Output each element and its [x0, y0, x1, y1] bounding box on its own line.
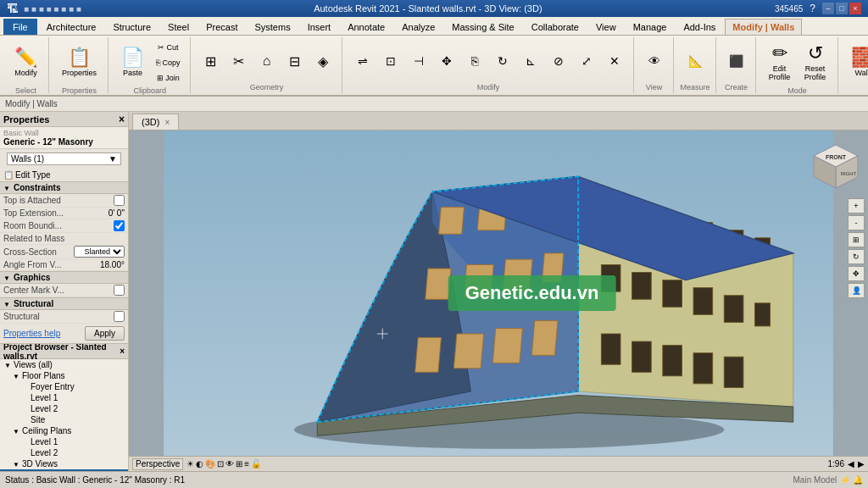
cross-section-dropdown[interactable]: Slanted Vertical: [74, 246, 125, 258]
walls-count-dropdown[interactable]: Walls (1) ▼: [7, 152, 121, 165]
edit-type-row[interactable]: 📋 Edit Type: [0, 169, 128, 181]
structural-checkbox[interactable]: [114, 311, 125, 322]
svg-rect-23: [426, 269, 451, 299]
geo-btn3[interactable]: ⌂: [253, 51, 281, 71]
tree-item-site[interactable]: Site: [0, 414, 128, 425]
tree-item-3d-views[interactable]: 3D Views: [0, 458, 128, 469]
properties-button[interactable]: 📋 Properties: [56, 39, 103, 86]
help-icon[interactable]: ?: [810, 3, 815, 14]
zoom-in-button[interactable]: +: [848, 198, 865, 214]
tab-modify-walls[interactable]: Modify | Walls: [725, 19, 802, 35]
constraints-header[interactable]: Constraints: [0, 181, 128, 194]
tab-systems[interactable]: Systems: [247, 19, 298, 35]
move-button[interactable]: ✥: [433, 52, 460, 70]
main-model-label: Main Model: [793, 475, 837, 485]
vp-scroll-right[interactable]: ▶: [858, 459, 865, 469]
tree-item-level2-floor[interactable]: Level 2: [0, 403, 128, 414]
tree-item-level1-floor[interactable]: Level 1: [0, 392, 128, 403]
navcube[interactable]: FRONT RIGHT: [809, 143, 860, 190]
walkthrough-button[interactable]: 👤: [848, 283, 865, 298]
perspective-button[interactable]: Perspective: [132, 458, 183, 470]
zoom-out-button[interactable]: -: [848, 215, 865, 230]
tab-collaborate[interactable]: Collaborate: [524, 19, 587, 35]
tree-item-ceiling-plans[interactable]: Ceiling Plans: [0, 425, 128, 436]
geo-btn2[interactable]: ✂: [225, 51, 253, 72]
detail-icon[interactable]: ⊞: [236, 459, 242, 469]
trim-button[interactable]: ⊾: [517, 52, 544, 70]
project-browser-close-button[interactable]: ×: [120, 347, 125, 356]
join-button[interactable]: ⊞ Join: [152, 71, 185, 85]
tab-insert[interactable]: Insert: [300, 19, 339, 35]
paste-button[interactable]: 📄 Paste: [115, 39, 150, 86]
visibility-icon[interactable]: 👁: [225, 459, 234, 469]
views-all-label: Views (all): [14, 360, 53, 369]
tree-item-3d-current[interactable]: (3D): [0, 469, 128, 471]
viewport-canvas[interactable]: FRONT RIGHT + - ⊞ ↻ ✥ 👤 Genetic.edu.vn: [129, 130, 868, 456]
tree-item-level1-ceiling[interactable]: Level 1: [0, 436, 128, 447]
tab-structure[interactable]: Structure: [105, 19, 159, 35]
tab-view[interactable]: View: [588, 19, 624, 35]
pan-button[interactable]: ✥: [848, 266, 865, 281]
properties-help-link[interactable]: Properties help: [3, 329, 60, 338]
tab-analyze[interactable]: Analyze: [394, 19, 442, 35]
cut-button[interactable]: ✂ Cut: [152, 41, 185, 54]
geo-btn4[interactable]: ⊟: [281, 51, 309, 72]
shadow-icon[interactable]: ◐: [196, 459, 203, 469]
align-button[interactable]: ⇌: [349, 52, 376, 70]
mirror-button[interactable]: ⊣: [405, 52, 432, 70]
tree-item-level2-ceiling[interactable]: Level 2: [0, 447, 128, 458]
tab-massing[interactable]: Massing & Site: [444, 19, 521, 35]
center-mark-checkbox[interactable]: [114, 285, 125, 296]
tab-manage[interactable]: Manage: [626, 19, 675, 35]
measure-btn[interactable]: 📐: [682, 52, 709, 70]
modify-button[interactable]: ✏️ Modify: [8, 39, 43, 86]
wall-button[interactable]: 🧱 Wall: [845, 39, 868, 86]
view-btn[interactable]: 👁: [641, 52, 668, 70]
copy-tool-button[interactable]: ⎘: [461, 52, 488, 70]
offset-button[interactable]: ⊡: [377, 52, 404, 70]
render-icon[interactable]: 🎨: [205, 459, 215, 469]
delete-button[interactable]: ✕: [601, 52, 628, 70]
tab-file[interactable]: File: [3, 19, 37, 35]
edit-profile-button[interactable]: ✏ EditProfile: [763, 39, 797, 86]
wall-type-row: Basic Wall Generic - 12" Masonry: [0, 127, 128, 149]
room-bound-checkbox[interactable]: [114, 220, 125, 231]
top-attached-checkbox[interactable]: [114, 195, 125, 206]
structural-header[interactable]: Structural: [0, 297, 128, 310]
tree-item-views-all[interactable]: Views (all): [0, 359, 128, 370]
viewport-tab-close[interactable]: ×: [164, 118, 170, 127]
reset-profile-button[interactable]: ↺ ResetProfile: [798, 39, 832, 86]
thin-lines-icon[interactable]: ≡: [244, 459, 249, 469]
properties-close-button[interactable]: ×: [119, 114, 125, 125]
split-button[interactable]: ⊘: [545, 52, 572, 70]
viewport-tab-3d[interactable]: (3D) ×: [132, 114, 179, 130]
scale-button[interactable]: ⤢: [573, 52, 600, 70]
close-button[interactable]: ×: [849, 3, 861, 14]
graphics-header[interactable]: Graphics: [0, 271, 128, 284]
orbit-button[interactable]: ↻: [848, 249, 865, 264]
maximize-button[interactable]: □: [836, 3, 848, 14]
sun-icon[interactable]: ☀: [186, 459, 194, 469]
tab-steel[interactable]: Steel: [160, 19, 197, 35]
zoom-fit-button[interactable]: ⊞: [848, 232, 865, 247]
create-btn[interactable]: ⬛: [723, 52, 750, 70]
geo-btn5[interactable]: ◈: [309, 51, 337, 72]
copy-button[interactable]: ⎘ Copy: [152, 56, 185, 69]
vp-lock-icon[interactable]: 🔓: [251, 459, 261, 469]
rotate-button[interactable]: ↻: [489, 52, 516, 70]
geo-btn1[interactable]: ⊞: [198, 51, 225, 72]
vp-scroll-left[interactable]: ◀: [848, 459, 854, 469]
viewport-area: (3D) ×: [129, 112, 868, 471]
tab-addins[interactable]: Add-Ins: [676, 19, 723, 35]
minimize-button[interactable]: –: [822, 3, 834, 14]
tab-precast[interactable]: Precast: [198, 19, 245, 35]
tree-item-floor-plans[interactable]: Floor Plans: [0, 370, 128, 381]
svg-rect-28: [453, 334, 483, 369]
crop-icon[interactable]: ⊡: [217, 459, 224, 469]
tab-annotate[interactable]: Annotate: [340, 19, 392, 35]
viewport-controls: + - ⊞ ↻ ✥ 👤: [848, 198, 865, 298]
tree-item-foyer-entry[interactable]: Foyer Entry: [0, 381, 128, 392]
tab-architecture[interactable]: Architecture: [39, 19, 104, 35]
apply-button[interactable]: Apply: [85, 326, 125, 341]
geometry-group-label: Geometry: [250, 83, 284, 92]
